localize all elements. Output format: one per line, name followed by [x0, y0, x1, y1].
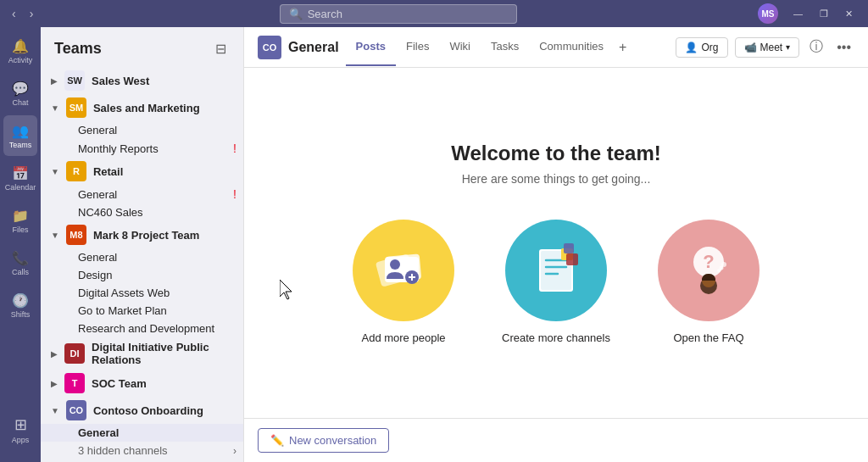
team-item-contoso[interactable]: ▼ CO Contoso Onboarding ••• — [41, 397, 243, 424]
channel-item-contoso-general[interactable]: General — [41, 424, 243, 442]
back-button[interactable]: ‹ — [7, 5, 21, 22]
channel-label-mark8-general: General — [78, 251, 117, 264]
calendar-icon: 📅 — [12, 165, 29, 181]
add-tab-button[interactable]: + — [614, 40, 632, 55]
add-people-illustration — [353, 220, 454, 321]
title-bar: ‹ › 🔍 MS — ❐ ✕ — [0, 0, 868, 27]
activity-icon: 🔔 — [12, 38, 29, 54]
shifts-label: Shifts — [11, 310, 31, 319]
chat-label: Chat — [12, 98, 28, 107]
add-people-card[interactable]: Add more people — [344, 220, 463, 344]
sidebar-item-calendar[interactable]: 📅 Calendar — [3, 158, 37, 198]
sidebar-title: Teams — [54, 40, 102, 58]
team-icon-contoso: CO — [66, 400, 86, 420]
tab-posts[interactable]: Posts — [346, 28, 396, 66]
channel-label-mark8-digital: Digital Assets Web — [78, 287, 170, 299]
team-icon-soc: T — [64, 373, 85, 393]
maximize-button[interactable]: ❐ — [811, 5, 837, 23]
minimize-button[interactable]: — — [785, 5, 811, 23]
channel-item-sm-monthly[interactable]: Monthly Reports ! — [41, 139, 243, 158]
welcome-cards: Add more people — [344, 220, 768, 344]
calls-label: Calls — [12, 268, 29, 276]
app-body: 🔔 Activity 💬 Chat 👥 Teams 📅 Calendar 📁 F… — [0, 27, 868, 462]
org-label: Org — [701, 42, 718, 53]
channel-item-mark8-general[interactable]: General — [41, 248, 243, 266]
tab-files[interactable]: Files — [396, 28, 439, 66]
tab-wiki[interactable]: Wiki — [439, 28, 481, 66]
team-item-digital[interactable]: ▶ DI Digital Initiative Public Relations… — [41, 337, 243, 370]
sidebar-item-apps[interactable]: ⊞ Apps — [3, 409, 37, 450]
search-input[interactable] — [308, 8, 508, 20]
open-faq-label: Open the FAQ — [673, 331, 743, 344]
filter-button[interactable]: ⊟ — [212, 37, 230, 60]
channel-item-mark8-gtm[interactable]: Go to Market Plan — [41, 302, 243, 320]
chevron-down-icon-meet: ▾ — [786, 42, 790, 52]
channel-label-mark8-rd: Research and Development — [78, 322, 214, 335]
avatar[interactable]: MS — [758, 3, 778, 24]
files-icon: 📁 — [12, 208, 29, 224]
channel-label-retail-general: General — [78, 188, 117, 201]
forward-button[interactable]: › — [25, 5, 39, 22]
tab-tasks[interactable]: Tasks — [481, 28, 529, 66]
chevron-down-icon-retail: ▼ — [51, 167, 59, 176]
org-button[interactable]: 👤 Org — [676, 37, 727, 58]
shifts-icon: 🕐 — [12, 292, 29, 309]
chevron-down-icon-mark8: ▼ — [51, 231, 59, 240]
sidebar-item-chat[interactable]: 💬 Chat — [3, 73, 37, 114]
sidebar-item-calls[interactable]: 📞 Calls — [3, 242, 37, 283]
chevron-down-icon-sm: ▼ — [51, 103, 59, 113]
team-icon-sales-west: SW — [64, 70, 85, 91]
svg-text:?: ? — [703, 251, 714, 272]
search-bar[interactable]: 🔍 — [280, 4, 517, 24]
sidebar-item-teams[interactable]: 👥 Teams — [3, 115, 37, 156]
sidebar-item-shifts[interactable]: 🕐 Shifts — [3, 285, 37, 326]
svg-point-3 — [390, 259, 400, 270]
add-people-svg — [370, 237, 437, 304]
team-item-soc[interactable]: ▶ T SOC Team ••• — [41, 370, 243, 397]
channel-label-sm-monthly: Monthly Reports — [78, 142, 159, 155]
team-item-mark8[interactable]: ▼ M8 Mark 8 Project Team ••• — [41, 221, 243, 248]
teams-icon: 👥 — [12, 123, 29, 139]
close-button[interactable]: ✕ — [837, 5, 861, 23]
calendar-label: Calendar — [5, 183, 36, 192]
chevron-down-icon-contoso: ▼ — [51, 406, 59, 415]
meet-button[interactable]: 📹 Meet ▾ — [735, 37, 800, 58]
hidden-channels-contoso[interactable]: 3 hidden channels › — [41, 442, 243, 459]
create-channels-card[interactable]: Create more channels — [497, 220, 615, 344]
team-item-sales-marketing[interactable]: ▼ SM Sales and Marketing ••• — [41, 94, 243, 121]
channel-tabs: Posts Files Wiki Tasks Communities + — [346, 28, 670, 66]
team-item-sales-west[interactable]: ▶ SW Sales West ••• — [41, 67, 243, 94]
bottom-bar: ✏️ New conversation — [244, 418, 868, 462]
channel-item-retail-nc460[interactable]: NC460 Sales — [41, 203, 243, 221]
channel-item-sm-general[interactable]: General — [41, 121, 243, 139]
open-faq-illustration: ? — [658, 220, 760, 321]
open-faq-card[interactable]: ? Open the FAQ — [649, 220, 768, 344]
tab-communities[interactable]: Communities — [529, 28, 614, 66]
sidebar-item-activity[interactable]: 🔔 Activity — [3, 31, 37, 71]
create-channels-illustration — [505, 220, 607, 321]
calls-icon: 📞 — [12, 250, 29, 266]
files-label: Files — [12, 225, 28, 234]
apps-icon: ⊞ — [14, 415, 27, 434]
title-bar-right: MS — ❐ ✕ — [758, 3, 861, 24]
new-conversation-icon: ✏️ — [270, 434, 284, 447]
org-icon: 👤 — [685, 42, 698, 53]
channel-item-mark8-design[interactable]: Design — [41, 266, 243, 284]
new-conversation-button[interactable]: ✏️ New conversation — [258, 428, 389, 453]
sidebar-scroll[interactable]: ▶ SW Sales West ••• ▼ SM Sales and Marke… — [41, 67, 243, 462]
apps-label: Apps — [12, 436, 30, 444]
channel-item-mark8-digital[interactable]: Digital Assets Web — [41, 284, 243, 302]
alert-icon-sm-monthly: ! — [233, 142, 236, 155]
team-item-retail[interactable]: ▼ R Retail ••• — [41, 158, 243, 185]
channel-item-mark8-rd[interactable]: Research and Development — [41, 320, 243, 337]
channel-item-retail-general[interactable]: General ! — [41, 185, 243, 203]
video-icon: 📹 — [744, 42, 757, 53]
channel-label-mark8-design: Design — [78, 269, 112, 281]
sidebar-item-files[interactable]: 📁 Files — [3, 200, 37, 241]
channel-avatar: CO — [258, 36, 281, 59]
meet-label: Meet — [760, 42, 783, 53]
welcome-title: Welcome to the team! — [451, 142, 661, 165]
header-actions: 👤 Org 📹 Meet ▾ ⓘ ••• — [676, 35, 854, 59]
more-options-button[interactable]: ••• — [833, 36, 854, 58]
info-button[interactable]: ⓘ — [806, 35, 826, 59]
